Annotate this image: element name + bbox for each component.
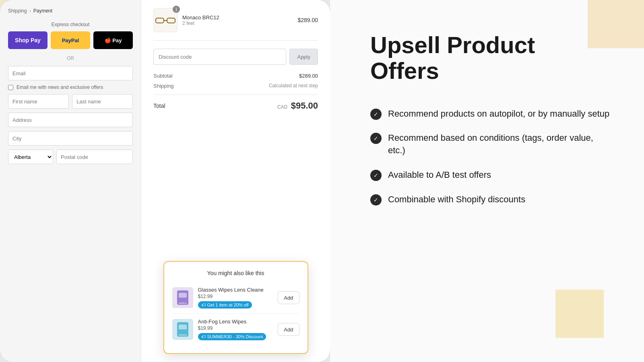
checkout-screen: Shipping › Payment Express checkout Shop…: [0, 0, 330, 362]
apple-pay-button[interactable]: 🍎 Pay: [93, 31, 133, 49]
breadcrumb-arrow: ›: [29, 8, 31, 14]
check-icon-autopilot: ✓: [370, 109, 382, 120]
svg-text:WIPES: WIPES: [179, 334, 186, 336]
svg-rect-6: [179, 293, 187, 298]
postal-field[interactable]: [56, 150, 133, 164]
product-size: 2 feet: [182, 21, 293, 26]
feature-item-conditions: ✓ Recommend based on conditions (tags, o…: [370, 132, 612, 157]
heading-line-2: Offers: [370, 58, 439, 84]
province-select[interactable]: Alberta: [8, 150, 53, 164]
apple-pay-label: 🍎 Pay: [105, 37, 122, 43]
newsletter-label: Email me with news and exclusive offers: [17, 84, 103, 90]
subtotal-row: Subtotal $289.00: [153, 73, 318, 79]
check-icon-conditions: ✓: [370, 133, 382, 144]
express-checkout-buttons: Shop Pay PayPal 🍎 Pay: [8, 31, 133, 49]
upsell-add-button-2[interactable]: Add: [278, 323, 299, 336]
feature-item-autopilot: ✓ Recommend products on autopilot, or by…: [370, 108, 612, 120]
upsell-product-2-price: $19.99: [198, 325, 273, 331]
upsell-product-2-info: Anti-Fog Lens Wipes $19.99 🏷 SUMMER30 - …: [198, 319, 273, 340]
subtotal-value: $289.00: [299, 73, 318, 79]
upsell-product-2: WIPES Anti-Fog Lens Wipes $19.99 🏷 SUMME…: [172, 314, 299, 345]
upsell-product-1-price: $12.99: [198, 294, 273, 299]
upsell-product-2-tag: 🏷 SUMMER30 - 30% Discount: [198, 333, 266, 340]
breadcrumb: Shipping › Payment: [8, 8, 133, 14]
city-field[interactable]: [8, 131, 133, 146]
right-panel: Upsell Product Offers ✓ Recommend produc…: [330, 0, 644, 362]
subtotal-label: Subtotal: [153, 73, 173, 79]
heading-line-1: Upsell Product: [370, 32, 535, 58]
name-row: [8, 94, 133, 109]
shipping-value: Calculated at next step: [269, 83, 318, 89]
tag-icon-2: 🏷: [201, 334, 206, 339]
svg-line-4: [175, 19, 175, 21]
upsell-product-1-name: Glasses Wipes Lens Cleane: [198, 287, 273, 293]
tag-icon-1: 🏷: [201, 302, 206, 307]
feature-item-combinable: ✓ Combinable with Shopify discounts: [370, 193, 612, 206]
upsell-product-1-info: Glasses Wipes Lens Cleane $12.99 🏷 Get 1…: [198, 287, 273, 309]
feature-list: ✓ Recommend products on autopilot, or by…: [370, 108, 612, 206]
email-field[interactable]: [8, 66, 133, 80]
shipping-label: Shipping: [153, 83, 174, 89]
feature-text-autopilot: Recommend products on autopilot, or by m…: [388, 108, 609, 120]
svg-rect-9: [179, 325, 187, 329]
address-field[interactable]: [8, 113, 133, 127]
shipping-row: Shipping Calculated at next step: [153, 83, 318, 89]
blob-decoration-bottom-right: [555, 290, 604, 338]
total-row: Total CAD $95.00: [153, 95, 318, 111]
product-item: 1 Monaco BRC12 2 feet $289.00: [153, 8, 318, 41]
total-amount-wrapper: CAD $95.00: [277, 101, 318, 111]
svg-rect-0: [156, 18, 164, 23]
newsletter-row: Email me with news and exclusive offers: [8, 84, 133, 90]
upsell-product-2-image: WIPES: [172, 319, 193, 340]
newsletter-checkbox[interactable]: [8, 85, 13, 90]
or-divider: OR: [8, 56, 133, 61]
upsell-popup: You might also like this WIPES: [163, 261, 308, 354]
upsell-add-button-1[interactable]: Add: [278, 291, 299, 304]
email-group: [8, 66, 133, 80]
discount-row: Apply: [153, 49, 318, 65]
svg-rect-1: [167, 18, 175, 23]
province-row: Alberta: [8, 150, 133, 164]
product-price: $289.00: [297, 17, 318, 23]
first-name-field[interactable]: [8, 94, 69, 109]
main-heading: Upsell Product Offers: [370, 32, 612, 84]
product-info: Monaco BRC12 2 feet: [182, 14, 293, 26]
total-currency: CAD: [277, 104, 287, 110]
svg-line-3: [155, 19, 156, 21]
feature-item-ab-test: ✓ Available to A/B test offers: [370, 169, 612, 181]
upsell-product-1: WIPES Glasses Wipes Lens Cleane $12.99 🏷…: [172, 282, 299, 314]
order-panel: 1 Monaco BRC12 2 feet $289.00 Apply Subt…: [141, 0, 330, 362]
feature-text-ab-test: Available to A/B test offers: [388, 169, 491, 181]
paypal-button[interactable]: PayPal: [51, 31, 90, 49]
upsell-product-1-tag: 🏷 Get 1 item at 20% off: [198, 301, 252, 309]
breadcrumb-payment: Payment: [33, 8, 52, 14]
product-name: Monaco BRC12: [182, 14, 293, 21]
upsell-title: You might also like this: [172, 270, 299, 276]
paypal-label: PayPal: [62, 37, 79, 43]
apply-discount-button[interactable]: Apply: [289, 49, 318, 65]
form-panel: Shipping › Payment Express checkout Shop…: [0, 0, 141, 362]
shop-pay-label: Shop Pay: [15, 37, 41, 43]
tablet-device: Shipping › Payment Express checkout Shop…: [0, 0, 330, 362]
express-checkout-label: Express checkout: [8, 22, 133, 27]
feature-text-conditions: Recommend based on conditions (tags, ord…: [388, 132, 612, 157]
check-icon-combinable: ✓: [370, 194, 382, 206]
glasses-svg-icon: [155, 16, 175, 25]
total-amount: $95.00: [291, 101, 318, 111]
upsell-product-1-image: WIPES: [172, 287, 193, 308]
left-panel: Shipping › Payment Express checkout Shop…: [0, 0, 330, 362]
total-label: Total: [153, 103, 165, 109]
product-quantity-badge: 1: [173, 6, 180, 13]
marketing-content: Upsell Product Offers ✓ Recommend produc…: [370, 32, 612, 206]
shop-pay-button[interactable]: Shop Pay: [8, 31, 47, 49]
last-name-field[interactable]: [72, 94, 133, 109]
check-icon-ab-test: ✓: [370, 170, 382, 181]
tag-text-2: SUMMER30 - 30% Discount: [207, 334, 263, 339]
breadcrumb-shipping: Shipping: [8, 8, 27, 14]
feature-text-combinable: Combinable with Shopify discounts: [388, 193, 525, 206]
svg-text:WIPES: WIPES: [179, 302, 186, 304]
wipes-package-icon: WIPES: [175, 290, 190, 306]
discount-code-input[interactable]: [153, 49, 286, 65]
product-image-wrapper: 1: [153, 8, 178, 32]
upsell-product-2-name: Anti-Fog Lens Wipes: [198, 319, 273, 325]
